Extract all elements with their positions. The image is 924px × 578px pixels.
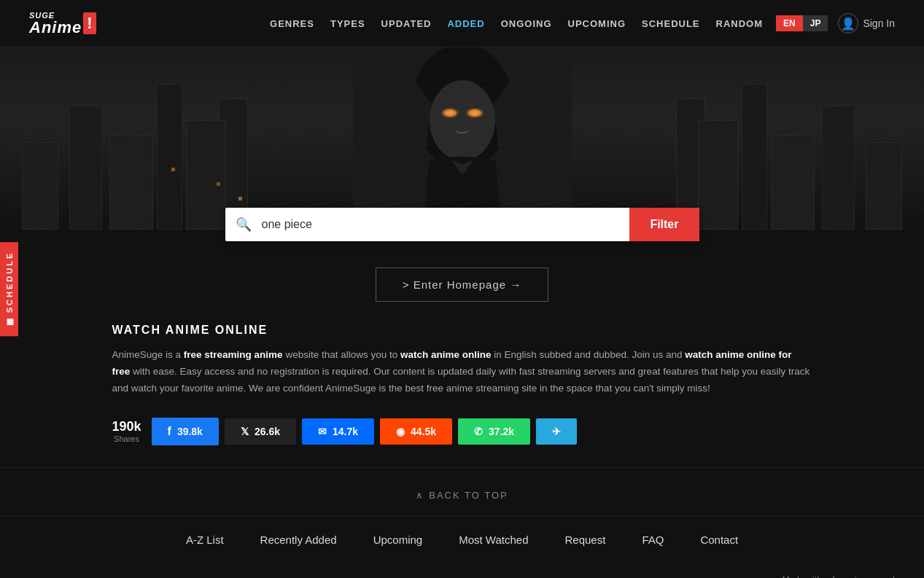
watch-section: WATCH ANIME ONLINE AnimeSuge is a free s… bbox=[98, 324, 827, 445]
schedule-side-label: SCHEDULE bbox=[5, 251, 14, 313]
schedule-icon: ▦ bbox=[4, 316, 14, 327]
facebook-share-btn[interactable]: f 39.8k bbox=[152, 418, 219, 445]
messenger-share-btn[interactable]: ✉ 14.7k bbox=[302, 418, 374, 445]
messenger-count: 14.7k bbox=[333, 426, 358, 437]
nav-genres[interactable]: GENRES bbox=[264, 14, 320, 34]
sign-in-label: Sign In bbox=[863, 17, 895, 29]
nav-schedule[interactable]: SCHEDULE bbox=[636, 14, 706, 34]
language-switcher: EN JP bbox=[776, 15, 828, 31]
footer-contact[interactable]: Contact bbox=[700, 534, 738, 546]
whatsapp-count: 37.2k bbox=[489, 426, 514, 437]
nav-upcoming[interactable]: UPCOMING bbox=[562, 14, 632, 34]
hero-banner bbox=[0, 47, 924, 230]
schedule-side-button[interactable]: ▦ SCHEDULE bbox=[0, 242, 18, 336]
messenger-icon: ✉ bbox=[318, 426, 327, 437]
share-row: 190k Shares f 39.8k 𝕏 26.6k ✉ 14.7k ◉ 44… bbox=[112, 418, 812, 445]
back-to-top-label: BACK TO TOP bbox=[429, 490, 508, 501]
footer-upcoming[interactable]: Upcoming bbox=[373, 534, 423, 546]
search-icon: 🔍 bbox=[225, 208, 262, 241]
svg-point-2 bbox=[430, 80, 495, 160]
watch-body: AnimeSuge is a free streaming anime webs… bbox=[112, 347, 812, 397]
whatsapp-share-btn[interactable]: ✆ 37.2k bbox=[458, 418, 530, 445]
user-icon: 👤 bbox=[838, 13, 858, 34]
lang-jp[interactable]: JP bbox=[803, 15, 828, 31]
reddit-count: 44.5k bbox=[411, 426, 436, 437]
side-schedule-btn[interactable]: ▦ SCHEDULE bbox=[0, 242, 18, 336]
search-box: 🔍 Filter bbox=[225, 208, 699, 241]
telegram-share-btn[interactable]: ✈ bbox=[536, 418, 577, 445]
footer-recently-added[interactable]: Recently Added bbox=[260, 534, 337, 546]
nav-random[interactable]: RANDOM bbox=[710, 14, 769, 34]
reddit-share-btn[interactable]: ◉ 44.5k bbox=[380, 418, 452, 445]
back-to-top[interactable]: ∧ BACK TO TOP bbox=[0, 467, 924, 515]
lang-en[interactable]: EN bbox=[776, 15, 803, 31]
total-shares-count: 190k bbox=[112, 419, 141, 434]
total-shares-label: Shares bbox=[114, 434, 139, 443]
whatsapp-icon: ✆ bbox=[474, 426, 483, 437]
footer-az-list[interactable]: A-Z List bbox=[186, 534, 224, 546]
nav-types[interactable]: TYPES bbox=[325, 14, 371, 34]
footer-request[interactable]: Request bbox=[565, 534, 606, 546]
header: SUGE Anime ! GENRES TYPES UPDATED ADDED … bbox=[0, 0, 924, 47]
footer-bottom: SUGE Anime ! Copyright © animesuge.to. A… bbox=[0, 563, 924, 578]
telegram-icon: ✈ bbox=[552, 426, 561, 437]
reddit-icon: ◉ bbox=[396, 426, 405, 437]
homepage-btn-container: > Enter Homepage → bbox=[0, 267, 924, 302]
enter-homepage-button[interactable]: > Enter Homepage → bbox=[376, 267, 549, 302]
footer-faq[interactable]: FAQ bbox=[642, 534, 664, 546]
footer-most-watched[interactable]: Most Watched bbox=[459, 534, 528, 546]
nav-ongoing[interactable]: ONGOING bbox=[495, 14, 558, 34]
svg-point-7 bbox=[441, 108, 459, 118]
nav-added[interactable]: ADDED bbox=[441, 14, 490, 34]
logo-exclaim: ! bbox=[83, 12, 96, 34]
heart-icon: ♥ bbox=[824, 575, 829, 578]
twitter-icon: 𝕏 bbox=[241, 426, 249, 437]
hero-character-svg bbox=[353, 47, 572, 230]
sign-in-button[interactable]: 👤 Sign In bbox=[838, 13, 895, 34]
footer-right: Made with ♥ for anime users! Disclaimer:… bbox=[530, 575, 895, 578]
logo[interactable]: SUGE Anime ! bbox=[29, 12, 96, 36]
twitter-share-btn[interactable]: 𝕏 26.6k bbox=[225, 418, 296, 445]
facebook-icon: f bbox=[168, 425, 171, 438]
footer-nav: A-Z List Recently Added Upcoming Most Wa… bbox=[0, 515, 924, 563]
search-container: 🔍 Filter bbox=[0, 208, 924, 241]
chevron-up-icon: ∧ bbox=[416, 490, 424, 501]
made-with: Made with ♥ for anime users! bbox=[530, 575, 895, 578]
twitter-count: 26.6k bbox=[255, 426, 280, 437]
watch-title: WATCH ANIME ONLINE bbox=[112, 324, 812, 337]
total-shares: 190k Shares bbox=[112, 419, 141, 443]
svg-point-8 bbox=[466, 108, 484, 118]
nav-updated[interactable]: UPDATED bbox=[376, 14, 438, 34]
facebook-count: 39.8k bbox=[177, 426, 203, 437]
logo-anime: Anime bbox=[29, 18, 82, 36]
search-input[interactable] bbox=[262, 208, 630, 241]
filter-button[interactable]: Filter bbox=[629, 208, 699, 241]
main-nav: GENRES TYPES UPDATED ADDED ONGOING UPCOM… bbox=[264, 14, 769, 34]
